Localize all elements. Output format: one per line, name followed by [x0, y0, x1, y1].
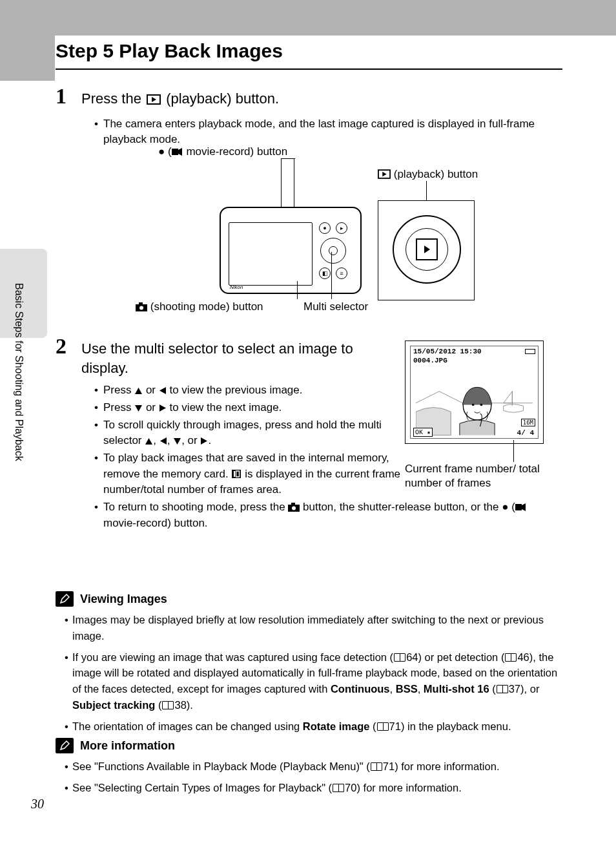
camera-buttons: ●▸ ◧≡: [315, 222, 351, 283]
svg-point-23: [292, 506, 296, 510]
leader: [297, 281, 298, 299]
leader: [281, 158, 282, 207]
bullet: See "Selecting Certain Types of Images f…: [65, 780, 562, 796]
svg-point-9: [139, 306, 143, 310]
play-btn: ▸: [336, 222, 347, 234]
leader: [281, 158, 295, 159]
movie-icon: [172, 147, 183, 156]
camera-icon: [288, 503, 300, 512]
size-indicator: 16M: [521, 419, 535, 426]
page-number: 30: [31, 797, 44, 812]
battery-icon: [525, 349, 535, 354]
section-label: Basic Steps for Shooting and Playback: [13, 283, 25, 483]
multi-selector-label: Multi selector: [303, 300, 368, 313]
svg-marker-14: [145, 438, 152, 445]
svg-marker-5: [382, 172, 386, 176]
text: (shooting mode) button: [150, 300, 263, 313]
svg-marker-11: [159, 387, 166, 394]
playback-icon: [378, 168, 391, 180]
book-icon: [377, 722, 389, 731]
left-icon: [159, 437, 167, 445]
pencil-icon: [56, 738, 74, 753]
step-number: 1: [56, 84, 67, 109]
left-icon: [159, 386, 167, 395]
bullet: Press or to view the previous image.: [94, 383, 404, 399]
svg-rect-19: [234, 471, 235, 477]
step-1: 1 Press the (playback) button. The camer…: [56, 89, 562, 149]
text: (playback) button.: [162, 90, 279, 107]
leader: [513, 440, 514, 462]
bullet: See "Functions Available in Playback Mod…: [65, 759, 562, 775]
svg-marker-12: [135, 405, 142, 412]
svg-marker-10: [135, 388, 142, 394]
svg-rect-8: [139, 302, 143, 305]
camera-icon: [136, 302, 147, 311]
text: (playback) button: [394, 168, 478, 180]
right-icon: [200, 437, 208, 445]
note-bullets: Images may be displayed briefly at low r…: [65, 612, 562, 734]
svg-marker-16: [174, 438, 181, 445]
page-title: Step 5 Play Back Images: [56, 40, 283, 62]
bullet: The orientation of images can be changed…: [65, 718, 562, 735]
playback-btn-label: (playback) button: [378, 168, 478, 181]
step-1-bullets: The camera enters playback mode, and the…: [94, 116, 562, 148]
bullet: The camera enters playback mode, and the…: [94, 116, 562, 148]
lcd-caption: Current frame number/ total number of fr…: [405, 462, 544, 490]
pencil-icon: [56, 591, 74, 607]
up-icon: [134, 387, 143, 395]
svg-marker-27: [504, 392, 513, 403]
note-viewing-images: Viewing Images Images may be displayed b…: [56, 591, 562, 739]
scene-illustration: [416, 371, 533, 435]
book-icon: [162, 701, 174, 709]
note-more-information: More information See "Functions Availabl…: [56, 738, 562, 801]
book-icon: [394, 653, 406, 662]
book-icon: [333, 784, 344, 792]
movie-record-label: ● ( movie-record) button: [158, 145, 287, 158]
playback-icon: [147, 90, 161, 110]
right-icon: [159, 404, 167, 412]
multi-selector: [320, 238, 346, 264]
bullet: To scroll quickly through images, press …: [94, 417, 404, 449]
bullet: Press or to view the next image.: [94, 400, 404, 416]
rec-btn: ●: [319, 222, 331, 234]
shooting-mode-label: (shooting mode) button: [136, 300, 263, 313]
camera-body: ●▸ ◧≡ Nikon: [220, 207, 362, 294]
leader: [331, 252, 332, 299]
svg-marker-3: [178, 148, 182, 156]
ok-indicator: OK ★: [413, 428, 433, 437]
timestamp: 15/05/2012 15:30: [413, 348, 482, 355]
step-2-bullets-wide: To return to shooting mode, press the bu…: [94, 499, 562, 531]
bullet: Images may be displayed briefly at low r…: [65, 612, 562, 644]
svg-point-29: [472, 404, 475, 406]
svg-marker-17: [201, 437, 207, 445]
bullet: If you are viewing an image that was cap…: [65, 649, 562, 713]
svg-rect-22: [291, 503, 295, 505]
camera-screen: [229, 222, 313, 286]
text: ● (: [158, 145, 172, 158]
step-1-title: Press the (playback) button.: [81, 89, 562, 110]
zoom-inset: [378, 200, 475, 300]
leader: [426, 181, 427, 200]
menu-btn: ≡: [336, 267, 347, 279]
down-icon: [173, 437, 181, 445]
step-2-bullets: Press or to view the previous image. Pre…: [94, 383, 404, 498]
camera-diagram: ● ( movie-record) button (playback) butt…: [136, 145, 523, 320]
svg-marker-6: [424, 246, 430, 253]
svg-point-30: [480, 404, 483, 406]
note-title: More information: [80, 739, 175, 753]
book-icon: [371, 762, 382, 771]
frame-counter: 4/ 4: [516, 429, 535, 437]
bullet: To return to shooting mode, press the bu…: [94, 499, 562, 531]
note-bullets: See "Functions Available in Playback Mod…: [65, 759, 562, 796]
note-title-row: Viewing Images: [56, 591, 562, 607]
svg-marker-15: [160, 437, 167, 445]
svg-rect-2: [172, 149, 178, 155]
svg-marker-1: [152, 97, 156, 102]
title-rule: [56, 68, 562, 70]
up-icon: [145, 437, 153, 445]
book-icon: [497, 685, 508, 693]
book-icon: [505, 653, 517, 662]
lcd-preview: 15/05/2012 15:30 0004.JPG OK ★ 16M 4/ 4: [405, 341, 544, 444]
note-title: Viewing Images: [80, 592, 167, 606]
internal-memory-icon: [231, 469, 241, 479]
